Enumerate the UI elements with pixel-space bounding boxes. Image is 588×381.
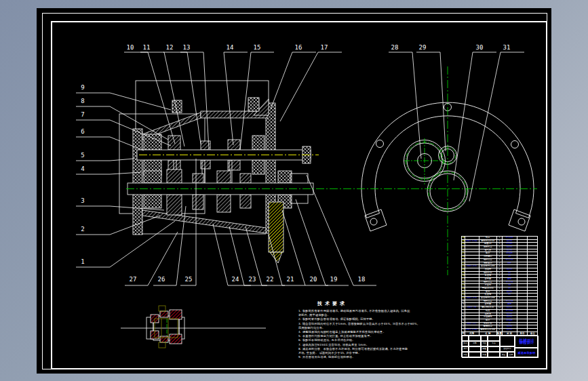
callout-label-5: 5 bbox=[81, 152, 84, 159]
leader-line bbox=[389, 52, 421, 159]
leader-line bbox=[76, 216, 160, 235]
bom-cell-mat: HT150 bbox=[503, 259, 517, 262]
bom-cell-mat: Q235 bbox=[503, 249, 517, 252]
callout-label-3: 3 bbox=[81, 197, 84, 204]
bom-cell-wt bbox=[517, 316, 528, 319]
title-block: 标记处数分区签名设计审核工艺批准阶段标记质量比例机械设计 课程设计减速器装配图 bbox=[461, 335, 538, 357]
callout-label-30: 30 bbox=[476, 44, 484, 51]
callout-label-6: 6 bbox=[81, 128, 84, 135]
title-block-drawing-title: 机械设计 课程设计 bbox=[515, 336, 538, 348]
bom-cell-rm bbox=[528, 249, 537, 252]
bom-cell-qty: 1 bbox=[497, 287, 503, 290]
bom-cell-qty: 1 bbox=[497, 252, 503, 255]
callout-label-9: 9 bbox=[81, 84, 84, 91]
bom-cell-wt bbox=[517, 284, 528, 287]
bom-cell-qty: 2 bbox=[497, 323, 503, 325]
title-block-cell bbox=[481, 336, 488, 341]
bom-cell-mat: 橡胶 bbox=[503, 303, 517, 306]
bom-cell-wt bbox=[517, 323, 528, 325]
callout-label-15: 15 bbox=[254, 44, 261, 51]
bom-cell-rm bbox=[528, 262, 537, 265]
bom-cell-qty: 6 bbox=[497, 325, 503, 328]
bom-cell-rm bbox=[528, 313, 537, 316]
bom-cell-qty: 2 bbox=[497, 265, 503, 268]
title-block-cell bbox=[469, 352, 481, 358]
bom-cell-wt bbox=[517, 237, 528, 239]
bom-cell-mat: 65Mn bbox=[503, 243, 517, 245]
bom-cell-mat: 石棉纸 bbox=[503, 252, 517, 255]
bom-cell-mat: Q235 bbox=[503, 291, 517, 294]
bom-cell-mat: Q235 bbox=[503, 306, 517, 309]
bom-cell-name: 轴承端盖 bbox=[479, 300, 498, 303]
bom-cell-code bbox=[465, 259, 479, 262]
leader-line bbox=[224, 52, 248, 145]
bom-cell-wt bbox=[517, 252, 528, 255]
bom-cell-code bbox=[465, 291, 479, 294]
bom-cell-qty: 1 bbox=[497, 249, 503, 252]
bom-cell-mat: HT200 bbox=[503, 310, 517, 313]
bom-cell-qty: 1 bbox=[497, 281, 503, 284]
bom-cell-wt bbox=[517, 291, 528, 294]
title-block-cell: 阶段标记 bbox=[500, 346, 515, 352]
bom-cell-wt bbox=[517, 310, 528, 313]
bom-cell-name: 密封圈 bbox=[479, 278, 498, 281]
bom-cell-name: 平键10×56 bbox=[479, 287, 498, 290]
callout-label-19: 19 bbox=[330, 276, 338, 283]
detail-view bbox=[121, 306, 266, 348]
bom-cell-mat: 45 bbox=[503, 287, 517, 290]
bom-cell-code bbox=[465, 275, 479, 277]
note-line: 9. 外表面涂灰色油漆, 轴伸部位涂防锈油。 bbox=[298, 355, 427, 359]
bom-cell-code bbox=[465, 268, 479, 271]
bom-cell-name: 调整垫片 bbox=[479, 262, 498, 265]
bom-cell-qty: 1 bbox=[497, 272, 503, 275]
bom-table: 30箱盖1HT20029GB/T 5782螺栓M10×406Q23528垫圈10… bbox=[461, 236, 538, 337]
bom-cell-wt bbox=[517, 287, 528, 290]
bom-cell-mat: Q235 bbox=[503, 329, 517, 332]
callout-label-18: 18 bbox=[358, 276, 366, 283]
callout-label-28: 28 bbox=[391, 44, 399, 51]
bom-cell-code: GB/T 276 bbox=[465, 297, 479, 300]
bom-cell-rm bbox=[528, 310, 537, 313]
bom-cell-name: 箱盖 bbox=[479, 237, 498, 239]
bom-cell-code bbox=[465, 278, 479, 281]
callout-label-24: 24 bbox=[232, 276, 239, 283]
bom-cell-mat: 石棉纸 bbox=[503, 319, 517, 322]
bom-cell-qty: 1 bbox=[497, 316, 503, 319]
bom-cell-code bbox=[465, 303, 479, 306]
callout-label-16: 16 bbox=[295, 44, 302, 51]
bom-cell-rm bbox=[528, 316, 537, 319]
callout-label-31: 31 bbox=[503, 44, 511, 51]
bom-cell-code bbox=[465, 243, 479, 245]
bom-cell-name: 垫片 bbox=[479, 319, 498, 322]
callout-label-25: 25 bbox=[185, 276, 193, 283]
bom-cell-wt bbox=[517, 256, 528, 258]
callout-label-2: 2 bbox=[81, 226, 84, 233]
bom-cell-qty: 2 bbox=[497, 297, 503, 300]
bom-cell-name: 螺母M12 bbox=[479, 325, 498, 328]
leader-line bbox=[307, 175, 376, 285]
bom-cell-rm bbox=[528, 291, 537, 294]
title-block-cell: 处数 bbox=[469, 341, 481, 346]
cad-viewport: 1011121314151617282930319876543212726252… bbox=[0, 0, 588, 381]
leader-line bbox=[271, 52, 316, 109]
bom-cell-rm bbox=[528, 300, 537, 303]
title-block-cell: 设计 bbox=[462, 346, 469, 352]
bom-cell-name: 放油螺塞 bbox=[479, 316, 498, 319]
bom-cell-wt bbox=[517, 303, 528, 306]
bom-cell-mat: Q235 bbox=[503, 316, 517, 319]
bom-cell-code: GB/T 5782 bbox=[465, 329, 479, 332]
bom-cell-qty: 1 bbox=[497, 310, 503, 313]
leader-line bbox=[280, 52, 342, 121]
bom-cell-name: 垫片 bbox=[479, 252, 498, 255]
bom-cell-wt bbox=[517, 262, 528, 265]
bom-cell-qty: 1 bbox=[497, 294, 503, 296]
bom-cell-code bbox=[465, 281, 479, 284]
bom-cell-wt bbox=[517, 313, 528, 316]
bom-cell-rm bbox=[528, 319, 537, 322]
bom-cell-qty: 6 bbox=[497, 243, 503, 245]
bom-cell-qty: 1 bbox=[497, 275, 503, 277]
callout-label-17: 17 bbox=[321, 44, 328, 51]
bom-cell-mat: HT150 bbox=[503, 281, 517, 284]
bom-cell-qty: 2 bbox=[497, 268, 503, 271]
callout-label-26: 26 bbox=[158, 276, 165, 283]
